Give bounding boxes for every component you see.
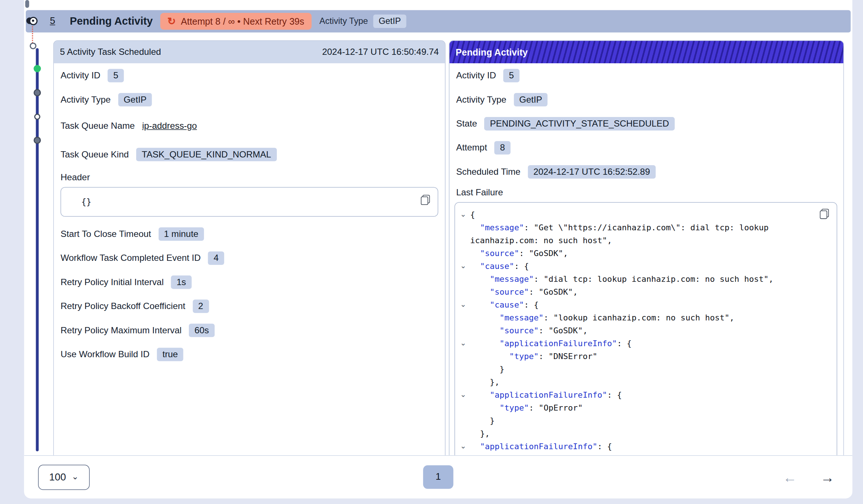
field-label: Activity Type xyxy=(60,94,110,104)
field-label: Task Queue Kind xyxy=(60,149,128,159)
field-label: Activity Type xyxy=(456,94,506,104)
collapse-chevron-icon[interactable]: ⌄ xyxy=(459,260,470,273)
field-row-task-queue-kind: Task Queue Kind TASK_QUEUE_KIND_NORMAL xyxy=(60,140,438,169)
copy-icon xyxy=(421,195,430,205)
timeline-dot-green xyxy=(34,65,41,72)
field-value-badge: GetIP xyxy=(118,93,152,106)
pagination-footer: 100 ⌄ 1 ← → xyxy=(24,455,852,498)
timeline-dot-gray xyxy=(34,136,41,144)
json-line: "type": "OpError" xyxy=(459,401,830,414)
field-value-badge: 60s xyxy=(189,323,215,337)
json-line: ⌄ "applicationFailureInfo": { xyxy=(459,440,830,453)
field-row-start-to-close: Start To Close Timeout 1 minute xyxy=(60,222,438,246)
collapse-chevron-icon[interactable]: ⌄ xyxy=(459,298,470,311)
gutter-spacer xyxy=(459,414,470,427)
field-value-badge: 5 xyxy=(503,68,519,82)
json-line: ⌄ "cause": { xyxy=(459,298,830,311)
json-line: "source": "GoSDK", xyxy=(459,324,830,337)
task-queue-link[interactable]: ip-address-go xyxy=(142,121,197,131)
header-payload-value: {} xyxy=(81,197,91,207)
json-line-text: "source": "GoSDK", xyxy=(470,324,830,337)
event-group-header[interactable]: 5 Pending Activity ↻ Attempt 8 / ∞ • Nex… xyxy=(26,10,851,32)
current-page-button[interactable]: 1 xyxy=(423,465,453,489)
field-row-scheduled-time: Scheduled Time 2024-12-17 UTC 16:52:52.8… xyxy=(456,160,837,184)
json-line-text: "cause": { xyxy=(470,298,830,311)
arrow-right-icon[interactable]: → xyxy=(820,469,834,485)
field-value-badge: TASK_QUEUE_KIND_NORMAL xyxy=(136,148,277,161)
json-line: ⌄ "cause": { xyxy=(459,260,830,273)
field-row-task-queue-name: Task Queue Name ip-address-go xyxy=(60,111,438,140)
field-value-badge: 1 minute xyxy=(158,227,204,241)
field-value-badge: 2 xyxy=(193,299,209,313)
event-detail-panel: 5 Activity Task Scheduled 2024-12-17 UTC… xyxy=(53,40,445,455)
last-failure-box: ⌄{ "message": "Get \"https://icanhazip.c… xyxy=(454,202,837,455)
json-line: "source": "GoSDK", xyxy=(459,247,830,260)
field-value-badge: 2024-12-17 UTC 16:52:52.89 xyxy=(528,165,655,178)
gutter-spacer xyxy=(459,311,470,324)
collapse-chevron-icon[interactable]: ⌄ xyxy=(459,208,470,221)
gutter-spacer xyxy=(459,427,470,440)
page-size-select[interactable]: 100 ⌄ xyxy=(38,465,90,490)
field-row-retry-max-interval: Retry Policy Maximum Interval 60s xyxy=(60,318,438,342)
json-line: } xyxy=(459,414,830,427)
json-line-text: } xyxy=(470,414,830,427)
json-line: }, xyxy=(459,427,830,440)
field-row-activity-type: Activity Type GetIP xyxy=(456,87,837,111)
field-row-activity-type: Activity Type GetIP xyxy=(60,87,438,111)
collapse-chevron-icon[interactable]: ⌄ xyxy=(459,337,470,350)
arrow-left-icon[interactable]: ← xyxy=(783,469,797,485)
chevron-down-icon: ⌄ xyxy=(71,472,78,480)
page-size-value: 100 xyxy=(49,471,66,483)
field-value-badge: 1s xyxy=(171,275,191,289)
field-value-badge: true xyxy=(157,347,183,361)
field-row-use-build-id: Use Workflow Build ID true xyxy=(60,342,438,366)
collapse-chevron-icon[interactable]: ⌄ xyxy=(459,388,470,401)
field-row-retry-backoff: Retry Policy Backoff Coefficient 2 xyxy=(60,294,438,318)
pending-activity-title: Pending Activity xyxy=(455,47,528,57)
field-value-badge: PENDING_ACTIVITY_STATE_SCHEDULED xyxy=(485,117,675,130)
json-line: "message": "dial tcp: lookup icanhazip.c… xyxy=(459,273,830,285)
field-label: Scheduled Time xyxy=(456,167,521,177)
field-label: State xyxy=(456,118,477,128)
json-line: "source": "GoSDK", xyxy=(459,285,830,298)
field-label: Retry Policy Maximum Interval xyxy=(60,325,182,335)
copy-button[interactable] xyxy=(820,208,830,219)
json-line-text: "cause": { xyxy=(470,260,830,273)
field-label: Activity ID xyxy=(60,70,100,80)
json-line: } xyxy=(459,363,830,376)
field-row-retry-initial-interval: Retry Policy Initial Interval 1s xyxy=(60,270,438,294)
json-line-text: "type": "OpError" xyxy=(470,401,830,414)
detail-panels: 5 Activity Task Scheduled 2024-12-17 UTC… xyxy=(53,40,844,455)
json-line: ⌄ "applicationFailureInfo": { xyxy=(459,337,830,350)
copy-button[interactable] xyxy=(421,194,431,205)
retry-badge-text: Attempt 8 / ∞ • Next Retry 39s xyxy=(181,16,304,26)
field-value-badge: 8 xyxy=(494,141,511,155)
json-line-text: { xyxy=(470,208,830,221)
collapse-chevron-icon[interactable]: ⌄ xyxy=(459,440,470,453)
field-label: Start To Close Timeout xyxy=(60,229,151,239)
event-detail-header[interactable]: 5 Activity Task Scheduled 2024-12-17 UTC… xyxy=(54,41,445,63)
gutter-spacer xyxy=(459,350,470,363)
json-line-text: "message": "lookup icanhazip.com: no suc… xyxy=(470,311,830,324)
last-failure-label: Last Failure xyxy=(456,184,837,201)
timeline-dot-gray xyxy=(34,89,41,96)
json-line: ⌄{ xyxy=(459,208,830,221)
header-field-label: Header xyxy=(60,168,438,186)
field-row-wft-completed-id: Workflow Task Completed Event ID 4 xyxy=(60,246,438,270)
workflow-history-card: 5 Pending Activity ↻ Attempt 8 / ∞ • Nex… xyxy=(24,0,852,498)
json-line-text: "type": "DNSError" xyxy=(470,350,830,363)
json-line-text: "source": "GoSDK", xyxy=(470,285,830,298)
field-label: Retry Policy Backoff Coefficient xyxy=(60,301,185,311)
pending-activity-header: Pending Activity xyxy=(450,41,843,63)
field-value-badge: 4 xyxy=(208,251,224,265)
event-detail-title: 5 Activity Task Scheduled xyxy=(60,47,161,57)
json-line-text: "message": "Get \"https://icanhazip.com\… xyxy=(470,221,830,247)
gutter-spacer xyxy=(459,376,470,388)
json-line: "message": "Get \"https://icanhazip.com\… xyxy=(459,221,830,247)
gutter-spacer xyxy=(459,273,470,285)
activity-type-badge: GetIP xyxy=(373,15,406,28)
json-line: "message": "lookup icanhazip.com: no suc… xyxy=(459,311,830,324)
pending-activity-panel: Pending Activity Activity ID 5 Activity … xyxy=(449,40,844,455)
gutter-spacer xyxy=(459,363,470,376)
field-value-badge: 5 xyxy=(108,68,124,82)
